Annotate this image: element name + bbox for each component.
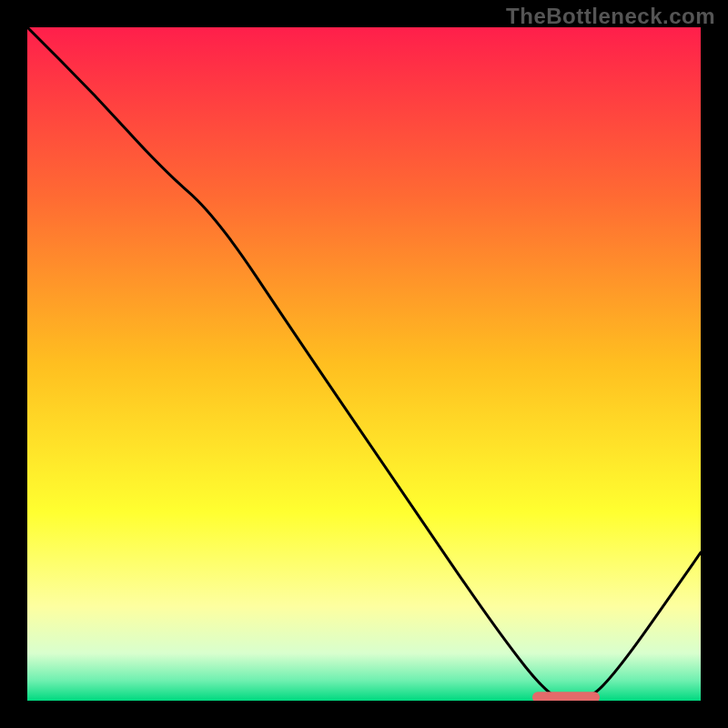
chart-svg bbox=[27, 27, 701, 701]
watermark-text: TheBottleneck.com bbox=[506, 4, 715, 29]
chart-background bbox=[27, 27, 701, 701]
chart-marker bbox=[532, 692, 600, 701]
chart-plot-area bbox=[27, 27, 701, 701]
chart-container: TheBottleneck.com bbox=[0, 0, 728, 728]
